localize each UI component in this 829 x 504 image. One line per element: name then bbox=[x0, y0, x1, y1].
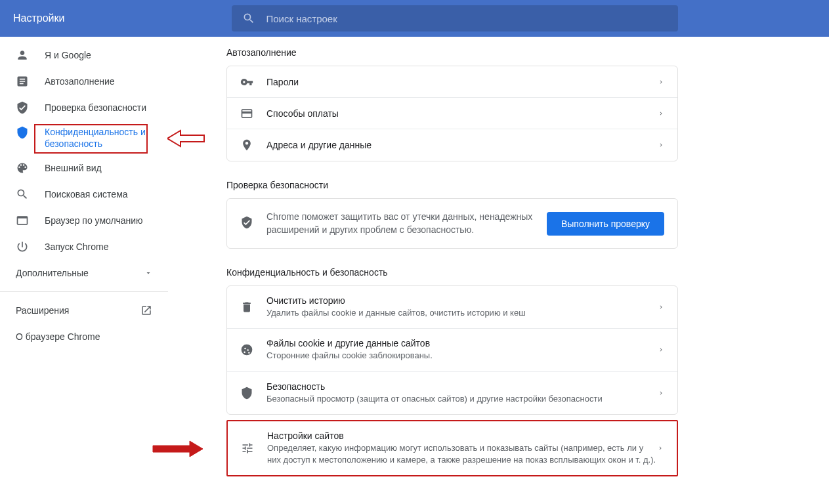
nav-safety-check[interactable]: Проверка безопасности bbox=[0, 94, 168, 121]
search-input[interactable] bbox=[266, 13, 668, 24]
autofill-card: Пароли Способы оплаты Адреса и другие да… bbox=[226, 66, 678, 161]
nav-divider bbox=[0, 291, 168, 292]
row-subtitle: Определяет, какую информацию могут испол… bbox=[267, 442, 657, 466]
privacy-card: Очистить историю Удалить файлы cookie и … bbox=[226, 285, 678, 415]
nav-on-startup[interactable]: Запуск Chrome bbox=[0, 234, 168, 260]
nav-label: Проверка безопасности bbox=[45, 102, 146, 113]
chevron-right-icon bbox=[658, 304, 664, 310]
row-passwords[interactable]: Пароли bbox=[227, 66, 677, 98]
credit-card-icon bbox=[240, 107, 253, 120]
chevron-down-icon bbox=[144, 269, 152, 277]
row-security[interactable]: Безопасность Безопасный просмотр (защита… bbox=[227, 372, 677, 414]
chevron-right-icon bbox=[658, 110, 664, 117]
row-payment[interactable]: Способы оплаты bbox=[227, 98, 677, 129]
chevron-right-icon bbox=[658, 79, 664, 85]
nav-label: Автозаполнение bbox=[45, 76, 115, 87]
section-safety-title: Проверка безопасности bbox=[226, 180, 678, 190]
shield-check-icon bbox=[240, 216, 253, 232]
row-clear-history[interactable]: Очистить историю Удалить файлы cookie и … bbox=[227, 286, 677, 329]
section-privacy-title: Конфиденциальность и безопасность bbox=[226, 267, 678, 278]
nav-extensions[interactable]: Расширения bbox=[0, 297, 168, 324]
row-subtitle: Безопасный просмотр (защита от опасных с… bbox=[266, 393, 658, 405]
svg-marker-0 bbox=[167, 131, 204, 146]
row-title: Способы оплаты bbox=[266, 108, 658, 119]
shield-check-icon bbox=[16, 101, 29, 114]
nav-label: Я и Google bbox=[45, 50, 91, 60]
safety-text: Chrome поможет защитить вас от утечки да… bbox=[266, 211, 547, 236]
trash-icon bbox=[240, 301, 253, 314]
browser-icon bbox=[16, 214, 29, 227]
sidebar: Я и Google Автозаполнение Проверка безоп… bbox=[0, 37, 168, 350]
row-addresses[interactable]: Адреса и другие данные bbox=[227, 129, 677, 161]
autofill-icon bbox=[16, 75, 29, 88]
annotation-arrow-right bbox=[150, 438, 203, 459]
nav-label: Внешний вид bbox=[45, 163, 102, 173]
cookie-icon bbox=[240, 343, 253, 356]
nav-about[interactable]: О браузере Chrome bbox=[0, 324, 168, 350]
chevron-right-icon bbox=[658, 346, 664, 353]
palette-icon bbox=[16, 161, 29, 175]
nav-label: Поисковая система bbox=[45, 189, 128, 200]
search-icon bbox=[242, 12, 255, 25]
key-icon bbox=[240, 75, 253, 89]
row-title: Очистить историю bbox=[266, 295, 658, 306]
annotation-arrow-left bbox=[167, 128, 207, 149]
shield-icon bbox=[16, 126, 29, 139]
nav-default-browser[interactable]: Браузер по умолчанию bbox=[0, 207, 168, 234]
nav-about-label: О браузере Chrome bbox=[16, 331, 100, 342]
nav-label: Запуск Chrome bbox=[45, 242, 108, 252]
nav-label: Браузер по умолчанию bbox=[45, 215, 143, 226]
nav-advanced[interactable]: Дополнительные bbox=[0, 260, 168, 286]
run-safety-check-button[interactable]: Выполнить проверку bbox=[547, 212, 664, 236]
row-subtitle: Сторонние файлы cookie заблокированы. bbox=[266, 350, 658, 362]
nav-advanced-label: Дополнительные bbox=[16, 268, 89, 278]
chevron-right-icon bbox=[657, 445, 664, 452]
row-title: Пароли bbox=[266, 77, 658, 87]
location-icon bbox=[240, 138, 253, 152]
row-title: Файлы cookie и другие данные сайтов bbox=[266, 338, 658, 348]
row-cookies[interactable]: Файлы cookie и другие данные сайтов Стор… bbox=[227, 329, 677, 371]
power-icon bbox=[16, 240, 29, 253]
nav-appearance[interactable]: Внешний вид bbox=[0, 155, 168, 181]
chevron-right-icon bbox=[658, 142, 664, 148]
row-title: Адреса и другие данные bbox=[266, 140, 658, 150]
nav-label: Конфиденциальность и безопасность bbox=[45, 126, 152, 150]
svg-marker-1 bbox=[153, 441, 203, 457]
header-bar: Настройки bbox=[0, 0, 829, 37]
nav-autofill[interactable]: Автозаполнение bbox=[0, 68, 168, 94]
row-title: Безопасность bbox=[266, 381, 658, 392]
app-title: Настройки bbox=[13, 12, 64, 24]
search-container[interactable] bbox=[232, 5, 678, 32]
search-icon bbox=[16, 188, 29, 201]
person-icon bbox=[16, 49, 29, 62]
shield-icon bbox=[240, 387, 253, 400]
tune-icon bbox=[241, 442, 254, 455]
row-site-settings[interactable]: Настройки сайтов Определяет, какую инфор… bbox=[228, 421, 677, 475]
row-title: Настройки сайтов bbox=[267, 430, 657, 441]
safety-check-card: Chrome поможет защитить вас от утечки да… bbox=[226, 198, 678, 249]
main-content: Автозаполнение Пароли Способы оплаты Адр… bbox=[226, 37, 829, 504]
site-settings-card-highlighted: Настройки сайтов Определяет, какую инфор… bbox=[226, 420, 678, 476]
section-autofill-title: Автозаполнение bbox=[226, 47, 678, 58]
nav-you-and-google[interactable]: Я и Google bbox=[0, 42, 168, 68]
open-in-new-icon bbox=[140, 304, 152, 316]
nav-privacy-security[interactable]: Конфиденциальность и безопасность bbox=[0, 121, 168, 155]
row-subtitle: Удалить файлы cookie и данные сайтов, оч… bbox=[266, 307, 658, 319]
nav-search-engine[interactable]: Поисковая система bbox=[0, 181, 168, 207]
chevron-right-icon bbox=[658, 390, 664, 396]
nav-extensions-label: Расширения bbox=[16, 305, 69, 316]
